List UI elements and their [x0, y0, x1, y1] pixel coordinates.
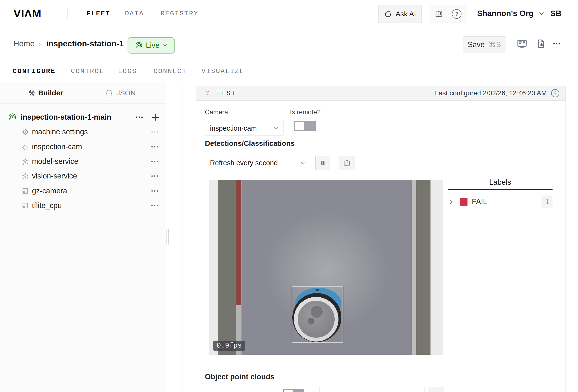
book-icon — [434, 10, 443, 18]
labels-title: Labels — [448, 178, 553, 187]
json-label: JSON — [116, 89, 136, 97]
point-clouds-heading: Object point clouds — [205, 373, 274, 381]
tree-item-inspection-cam[interactable]: ◇ inspection-cam — [0, 141, 166, 153]
ball-spot-small — [308, 318, 314, 325]
report-file-icon — [536, 39, 546, 49]
breadcrumb-separator: › — [39, 27, 41, 60]
test-panel: TEST Last configured 2/02/26, 12:46:20 A… — [196, 86, 566, 392]
tree-item-gz-camera[interactable]: gz-camera — [0, 185, 166, 197]
item-more-button[interactable] — [151, 185, 158, 197]
save-button[interactable]: Save ⌘S — [463, 36, 506, 53]
last-configured-text: Last configured 2/02/26, 12:46:20 AM — [435, 89, 547, 97]
point-clouds-input[interactable] — [319, 387, 425, 392]
viam-logo[interactable]: VIΛM — [13, 0, 41, 27]
tree-item-label: gz-camera — [32, 187, 67, 195]
refresh-rate-select[interactable]: Refresh every second — [205, 156, 310, 170]
machine-monitor-button[interactable] — [517, 27, 528, 60]
help-button[interactable]: ? — [448, 5, 466, 23]
machine-more-button[interactable] — [136, 111, 143, 123]
pause-icon — [320, 160, 326, 166]
ellipsis-icon — [553, 38, 560, 50]
docs-button[interactable] — [430, 5, 448, 23]
tab-control[interactable]: CONTROL — [71, 60, 104, 82]
config-sidebar: ⚒ Builder {} JSON inspection-station-1-m… — [0, 82, 166, 392]
org-name: Shannon's Org — [477, 9, 533, 18]
module-icon — [21, 187, 29, 195]
ask-ai-button[interactable]: Ask AI — [378, 5, 422, 23]
chevron-right-icon[interactable] — [449, 199, 453, 205]
test-help-icon[interactable]: ? — [551, 89, 559, 97]
gear-icon: ⚙ — [21, 128, 29, 136]
snapshot-button[interactable] — [339, 156, 355, 170]
tree-item-label: model-service — [32, 157, 78, 166]
nav-item-data[interactable]: DATA — [125, 0, 144, 27]
is-remote-label: Is remote? — [290, 108, 321, 116]
breadcrumb-home[interactable]: Home — [13, 27, 35, 60]
user-avatar[interactable]: SB — [550, 0, 561, 27]
labels-panel: Labels FAIL 1 — [448, 178, 553, 208]
point-clouds-action-button[interactable] — [429, 387, 444, 392]
label-row-fail[interactable]: FAIL 1 — [448, 196, 553, 208]
feed-edge-right — [412, 180, 416, 355]
collapse-icon[interactable] — [204, 90, 211, 96]
label-name: FAIL — [472, 197, 487, 206]
report-button[interactable] — [536, 27, 546, 60]
item-more-button[interactable] — [151, 170, 158, 182]
monitor-icon — [517, 38, 528, 49]
tree-item-label: inspection-cam — [32, 143, 82, 151]
tab-connect[interactable]: CONNECT — [153, 60, 187, 82]
braces-icon: {} — [105, 89, 113, 97]
page: VIΛM FLEET DATA REGISTRY Ask AI — [0, 0, 578, 392]
broadcast-icon — [135, 42, 143, 49]
chevron-down-icon — [539, 12, 544, 15]
sidebar-resize-handle[interactable] — [166, 229, 169, 245]
label-color-swatch — [460, 198, 468, 206]
more-options-button[interactable] — [553, 27, 560, 60]
tab-configure[interactable]: CONFIGURE — [13, 60, 55, 82]
machine-part-name: inspection-station-1-main — [21, 113, 111, 122]
item-more-button[interactable] — [151, 126, 158, 138]
item-more-button[interactable] — [151, 141, 158, 153]
chevron-down-icon — [274, 127, 278, 130]
broadcast-icon — [8, 113, 16, 121]
help-button-group: ? — [430, 5, 466, 23]
is-remote-toggle[interactable] — [294, 121, 316, 131]
live-label: Live — [146, 41, 159, 50]
point-clouds-toggle[interactable] — [283, 389, 304, 392]
feed-wall-left — [218, 180, 236, 355]
item-more-button[interactable] — [151, 155, 158, 168]
tab-logs[interactable]: LOGS — [118, 60, 137, 82]
breadcrumb-machine-name: inspection-station-1 — [46, 27, 124, 60]
module-icon — [21, 202, 29, 209]
machine-tab-bar: CONFIGURE CONTROL LOGS CONNECT VISUALIZE — [0, 60, 578, 82]
item-more-button[interactable] — [151, 199, 158, 212]
pause-button[interactable] — [315, 156, 330, 170]
nav-item-fleet[interactable]: FLEET — [87, 0, 110, 27]
ml-sparkle-icon — [21, 157, 29, 165]
tab-visualize[interactable]: VISUALIZE — [201, 60, 244, 82]
ml-sparkle-icon — [21, 172, 29, 180]
json-mode-button[interactable]: {} JSON — [105, 82, 136, 103]
camera-select[interactable]: inspection-cam — [205, 121, 284, 136]
builder-label: Builder — [38, 89, 63, 97]
chevron-down-icon — [163, 44, 167, 47]
add-component-button[interactable] — [152, 111, 159, 123]
nav-divider — [67, 9, 67, 19]
tree-item-vision-service[interactable]: vision-service — [0, 170, 166, 182]
builder-mode-button[interactable]: ⚒ Builder — [28, 82, 63, 103]
tree-item-label: vision-service — [32, 172, 77, 180]
label-count-badge: 1 — [541, 196, 553, 208]
live-status-badge[interactable]: Live — [128, 37, 175, 53]
ball-cap-hole — [315, 289, 319, 291]
refresh-rate-value: Refresh every second — [210, 159, 278, 167]
labels-divider — [448, 189, 553, 190]
breadcrumb-row: Home › inspection-station-1 Live Save ⌘S — [0, 27, 578, 60]
test-panel-header: TEST Last configured 2/02/26, 12:46:20 A… — [196, 86, 566, 101]
tree-item-model-service[interactable]: model-service — [0, 155, 166, 168]
nav-item-registry[interactable]: REGISTRY — [160, 0, 198, 27]
detection-bounding-box — [292, 286, 343, 343]
tree-item-machine-settings[interactable]: ⚙ machine settings — [0, 126, 166, 138]
tree-item-machine-main[interactable]: inspection-station-1-main — [0, 111, 166, 123]
org-switcher[interactable]: Shannon's Org — [477, 0, 544, 27]
tree-item-tflite-cpu[interactable]: tflite_cpu — [0, 199, 166, 212]
